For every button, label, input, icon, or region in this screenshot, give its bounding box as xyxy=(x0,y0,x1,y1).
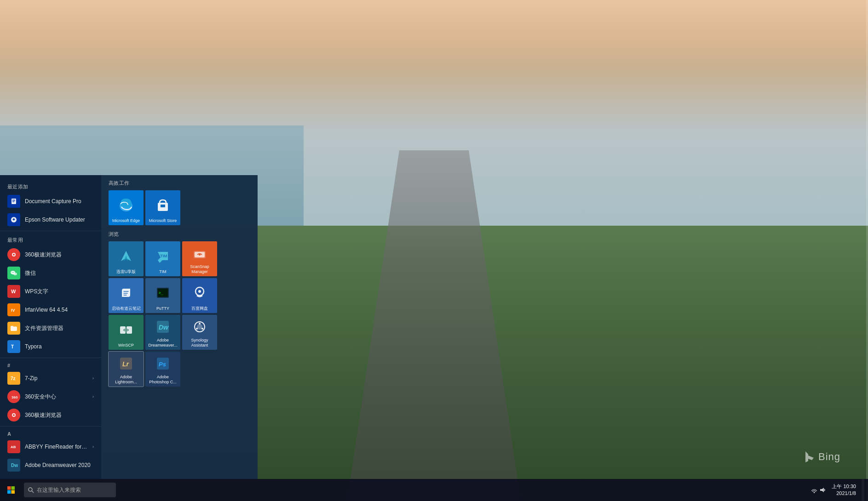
bing-logo: Bing xyxy=(802,450,840,464)
svg-point-55 xyxy=(29,488,32,491)
svg-text:Dw: Dw xyxy=(159,324,169,331)
systray xyxy=(811,486,826,494)
tile-label-scansnap: ScanSnap Manager xyxy=(184,264,215,274)
app-item-wechat[interactable]: 微信 xyxy=(0,264,101,282)
show-desktop[interactable] xyxy=(862,479,864,501)
app-item-360browser2[interactable]: 360极速浏览器 xyxy=(0,406,101,424)
divider-2 xyxy=(0,358,101,358)
tile-label-store: Microsoft Store xyxy=(149,218,177,223)
tile-xunjian[interactable]: 迅雷U享版 xyxy=(109,241,144,276)
app-icon-360security: 360 xyxy=(7,390,20,403)
tile-synology[interactable]: Synology Assistant xyxy=(182,315,217,350)
taskbar: 在这里输入来搜索 上午 10:30 2021/1/8 xyxy=(0,479,868,501)
svg-text:Dw: Dw xyxy=(11,463,18,468)
divider-1 xyxy=(0,231,101,231)
tile-microsoft-edge[interactable]: Microsoft Edge xyxy=(109,190,144,225)
divider-3 xyxy=(0,426,101,427)
app-item-filemanager[interactable]: 文件资源管理器 xyxy=(0,319,101,337)
start-right-panel: 高效工作 Microsoft Edge xyxy=(101,175,258,479)
tile-putty[interactable]: >_ PuTTY xyxy=(145,278,180,313)
app-item-document-capture[interactable]: Document Capture Pro xyxy=(0,192,101,211)
tile-icon-lightroom: Lr xyxy=(110,354,142,373)
taskbar-right: 上午 10:30 2021/1/8 xyxy=(811,479,868,501)
app-label-360browser: 360极速浏览器 xyxy=(25,251,94,259)
svg-point-57 xyxy=(814,492,815,493)
svg-rect-38 xyxy=(120,326,126,334)
tile-scansnap[interactable]: ScanSnap Manager xyxy=(182,241,217,276)
app-item-irfanview[interactable]: IV IrfanView 64 4.54 xyxy=(0,301,101,319)
svg-rect-39 xyxy=(126,326,132,334)
tile-dreamweaver[interactable]: Dw Adobe Dreamweaver... xyxy=(145,315,180,350)
tile-icon-photoshop: Ps xyxy=(147,354,178,373)
tile-icon-tim: TIM xyxy=(147,244,178,268)
app-item-dreamweaver2020[interactable]: Dw Adobe Dreamweaver 2020 xyxy=(0,456,101,474)
clock-time: 上午 10:30 xyxy=(832,483,856,490)
tile-tim[interactable]: TIM TIM xyxy=(145,241,180,276)
app-item-epson-updater[interactable]: Epson Software Updater xyxy=(0,211,101,229)
tiles-browse-grid: 迅雷U享版 TIM TIM xyxy=(109,241,250,387)
bing-text: Bing xyxy=(818,451,840,463)
tile-label-tim: TIM xyxy=(159,269,167,274)
svg-text:360: 360 xyxy=(11,395,18,399)
tiles-header-browse: 浏览 xyxy=(109,231,250,238)
svg-point-44 xyxy=(199,323,201,325)
app-item-360browser[interactable]: 360极速浏览器 xyxy=(0,245,101,264)
search-icon xyxy=(28,487,34,493)
volume-icon xyxy=(819,486,826,494)
chevron-abbyy: › xyxy=(92,444,94,449)
svg-point-45 xyxy=(201,328,203,330)
tile-baidu[interactable]: 百度网盘 xyxy=(182,278,217,313)
svg-rect-25 xyxy=(161,205,165,207)
svg-rect-54 xyxy=(11,490,15,494)
app-label-360security: 360安全中心 xyxy=(25,393,88,401)
start-button[interactable] xyxy=(0,479,22,501)
tile-icon-synology xyxy=(184,318,215,336)
bing-b-icon xyxy=(802,450,816,464)
svg-point-11 xyxy=(13,272,14,273)
alpha-header-hash: # xyxy=(0,360,101,369)
app-label-360browser2: 360极速浏览器 xyxy=(25,411,94,419)
tile-lightroom[interactable]: Lr Adobe Lightroom... xyxy=(109,352,144,387)
app-icon-abbyy: AB xyxy=(7,440,20,453)
tile-icon-putty: >_ xyxy=(147,281,178,304)
app-item-abbyy[interactable]: AB ABBYY FineReader for CasSn... › xyxy=(0,438,101,456)
tile-icon-xunjian xyxy=(110,244,142,268)
tile-label-putty: PuTTY xyxy=(156,306,169,311)
tile-label-photoshop: Adobe Photoshop C... xyxy=(147,375,178,385)
tile-photoshop[interactable]: Ps Adobe Photoshop C... xyxy=(145,352,180,387)
app-item-wps[interactable]: W WPS文字 xyxy=(0,282,101,301)
svg-rect-52 xyxy=(11,486,15,490)
svg-text:TIM: TIM xyxy=(160,254,167,258)
tile-icon-scansnap xyxy=(184,244,215,262)
app-item-typora[interactable]: T Typora xyxy=(0,337,101,356)
taskbar-clock: 上午 10:30 2021/1/8 xyxy=(828,483,860,497)
tile-microsoft-store[interactable]: Microsoft Store xyxy=(145,190,180,225)
app-item-360security[interactable]: 360 360安全中心 › xyxy=(0,387,101,406)
app-item-7zip[interactable]: 7z 7-Zip › xyxy=(0,369,101,387)
app-label-irfanview: IrfanView 64 4.54 xyxy=(25,307,94,313)
tile-icon-youdao xyxy=(110,281,142,304)
tile-icon-store xyxy=(147,193,178,216)
app-label-filemanager: 文件资源管理器 xyxy=(25,325,94,332)
alpha-header-a: A xyxy=(0,428,101,438)
svg-text:7z: 7z xyxy=(11,376,16,381)
svg-text:>_: >_ xyxy=(159,291,163,295)
tile-winscp[interactable]: WinSCP xyxy=(109,315,144,350)
tile-label-dreamweaver: Adobe Dreamweaver... xyxy=(147,338,178,348)
app-icon-360browser xyxy=(7,248,20,261)
svg-point-9 xyxy=(13,273,17,275)
tile-youdao[interactable]: 启动有道云笔记 xyxy=(109,278,144,313)
tile-label-lightroom: Adobe Lightroom... xyxy=(110,375,142,385)
svg-point-37 xyxy=(198,290,201,293)
app-icon-typora: T xyxy=(7,340,20,353)
app-icon-irfanview: IV xyxy=(7,303,20,316)
tile-label-baidu: 百度网盘 xyxy=(191,306,208,311)
tile-label-synology: Synology Assistant xyxy=(184,338,215,348)
taskbar-search[interactable]: 在这里输入来搜索 xyxy=(24,483,116,497)
tiles-header-work: 高效工作 xyxy=(109,180,250,187)
app-icon-dreamweaver2020: Dw xyxy=(7,459,20,472)
svg-rect-0 xyxy=(11,199,16,204)
recently-added-header: 最近添加 xyxy=(0,180,101,192)
svg-point-32 xyxy=(199,254,201,256)
start-menu: 最近添加 Document Capture Pro Epson Software… xyxy=(0,175,258,479)
